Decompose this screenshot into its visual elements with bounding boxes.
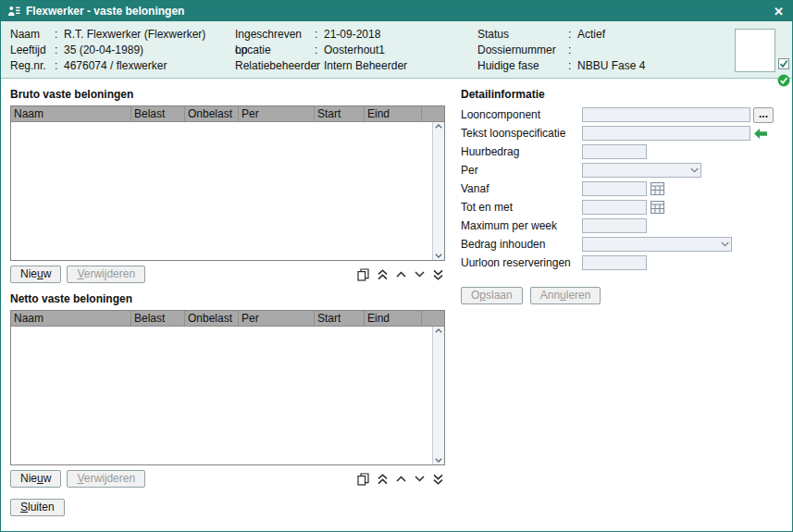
field-row-tot-en-met: Tot en met — [461, 198, 783, 217]
header-col-1: Naam:R.T. Flexwerker (Flexwerker) Leefti… — [10, 27, 205, 74]
col-naam[interactable]: Naam — [11, 106, 131, 121]
col-onbelast[interactable]: Onbelast — [185, 106, 239, 121]
dialog-flexwerker-vaste-beloningen: Flexwerker - vaste beloningen ✕ Naam:R.T… — [0, 0, 793, 532]
col-belast[interactable]: Belast — [131, 106, 185, 121]
col-eind[interactable]: Eind — [365, 311, 422, 326]
netto-section-title: Netto vaste beloningen — [10, 292, 445, 305]
field-row-looncomponent: Looncomponent ... — [461, 105, 783, 124]
col-eind[interactable]: Eind — [365, 106, 422, 121]
colon: : — [55, 43, 64, 58]
leeftijd-label: Leeftijd — [10, 43, 55, 58]
naam-value: R.T. Flexwerker (Flexwerker) — [64, 27, 205, 43]
looncomponent-browse-button[interactable]: ... — [753, 107, 774, 123]
header-stub — [422, 106, 444, 121]
maximum-per-week-input[interactable] — [582, 218, 647, 233]
netto-table-header: Naam Belast Onbelast Per Start Eind — [11, 311, 444, 327]
col-onbelast[interactable]: Onbelast — [185, 311, 239, 326]
col-per[interactable]: Per — [239, 106, 315, 121]
colon: : — [315, 58, 324, 74]
chevron-down-icon — [721, 241, 729, 247]
dialog-body: Bruto vaste beloningen Naam Belast Onbel… — [1, 79, 792, 526]
field-row-maximum-per-week: Maximum per week — [461, 217, 783, 235]
bruto-verwijderen-button[interactable]: Verwijderen — [67, 266, 145, 283]
scroll-up-icon — [435, 124, 442, 129]
netto-verwijderen-button[interactable]: Verwijderen — [67, 470, 145, 488]
checked-checkbox-icon[interactable] — [778, 58, 789, 72]
bedrag-inhouden-select[interactable] — [582, 237, 732, 252]
colon: : — [568, 27, 577, 43]
bruto-nieuw-button[interactable]: Nieuw — [10, 266, 61, 283]
annuleren-button[interactable]: Annuleren — [530, 287, 601, 304]
bruto-table-header: Naam Belast Onbelast Per Start Eind — [11, 106, 444, 122]
chevron-double-down-icon[interactable] — [433, 269, 443, 280]
header-col-2: Ingeschreven op:21-09-2018 Locatie:Ooste… — [235, 27, 407, 74]
leeftijd-value: 35 (20-04-1989) — [64, 43, 143, 58]
dossiernummer-label: Dossiernummer — [477, 43, 568, 58]
bruto-table-body[interactable] — [11, 122, 432, 260]
window-title: Flexwerker - vaste beloningen — [26, 5, 772, 18]
chevron-down-icon — [690, 167, 699, 173]
huidige-fase-value: NBBU Fase 4 — [577, 58, 645, 74]
netto-nieuw-button[interactable]: Nieuw — [10, 470, 61, 488]
regnr-value: 4676074 / flexwerker — [64, 58, 167, 74]
netto-button-row: Nieuw Verwijderen — [10, 470, 445, 488]
col-belast[interactable]: Belast — [131, 311, 185, 326]
field-row-uurloon-reserveringen: Uurloon reserveringen — [461, 254, 783, 272]
chevron-double-up-icon[interactable] — [378, 269, 388, 280]
chevron-double-down-icon[interactable] — [433, 474, 443, 485]
chevron-up-icon[interactable] — [396, 271, 406, 278]
vanaf-input[interactable] — [582, 181, 647, 196]
looncomponent-input[interactable] — [582, 107, 750, 122]
ingeschreven-op-label: Ingeschreven op — [235, 27, 315, 43]
arrow-left-icon[interactable] — [754, 129, 767, 139]
header-col-3: Status:Actief Dossiernummer: Huidige fas… — [477, 27, 645, 74]
chevron-up-icon[interactable] — [396, 476, 406, 482]
copy-icon[interactable] — [357, 268, 369, 281]
col-per[interactable]: Per — [239, 311, 315, 326]
huurbedrag-input[interactable] — [582, 144, 647, 159]
calendar-icon[interactable] — [651, 182, 664, 195]
left-panel: Bruto vaste beloningen Naam Belast Onbel… — [10, 86, 445, 526]
col-naam[interactable]: Naam — [11, 311, 131, 326]
tot-en-met-input[interactable] — [582, 200, 647, 215]
calendar-icon[interactable] — [651, 201, 664, 214]
locatie-value: Oosterhout1 — [324, 43, 385, 58]
colon: : — [55, 27, 64, 43]
regnr-label: Reg.nr. — [10, 58, 55, 74]
bruto-button-row: Nieuw Verwijderen — [10, 266, 445, 283]
sluiten-button[interactable]: Sluiten — [10, 499, 65, 516]
detail-button-row: Opslaan Annuleren — [461, 287, 783, 304]
per-label: Per — [461, 164, 582, 177]
per-select[interactable] — [582, 163, 701, 178]
col-start[interactable]: Start — [315, 311, 365, 326]
colon: : — [568, 58, 577, 74]
chevron-down-icon[interactable] — [415, 271, 425, 278]
netto-table-body[interactable] — [11, 327, 432, 464]
close-icon[interactable]: ✕ — [772, 5, 786, 19]
person-card-icon — [7, 6, 20, 17]
netto-table-scrollbar[interactable] — [432, 327, 444, 464]
header-stub — [422, 311, 444, 326]
copy-icon[interactable] — [357, 473, 369, 486]
bedrag-inhouden-label: Bedrag inhouden — [461, 238, 582, 251]
looncomponent-label: Looncomponent — [461, 108, 582, 121]
bruto-table-scrollbar[interactable] — [432, 122, 444, 260]
colon: : — [315, 43, 324, 58]
bruto-section-title: Bruto vaste beloningen — [10, 88, 445, 101]
tekst-loonspecificatie-input[interactable] — [582, 126, 750, 141]
netto-table: Naam Belast Onbelast Per Start Eind — [10, 310, 445, 465]
field-row-tekst-loonspecificatie: Tekst loonspecificatie — [461, 124, 783, 142]
chevron-double-up-icon[interactable] — [378, 474, 388, 485]
colon: : — [55, 58, 64, 74]
detail-panel: Detailinformatie Looncomponent ... Tekst… — [461, 86, 783, 526]
status-label: Status — [477, 27, 568, 43]
opslaan-button[interactable]: Opslaan — [461, 287, 523, 304]
field-row-per: Per — [461, 161, 783, 179]
header-info-panel: Naam:R.T. Flexwerker (Flexwerker) Leefti… — [1, 21, 792, 79]
bruto-table: Naam Belast Onbelast Per Start Eind — [10, 105, 445, 261]
col-start[interactable]: Start — [315, 106, 365, 121]
uurloon-reserveringen-input[interactable] — [582, 255, 647, 270]
titlebar: Flexwerker - vaste beloningen ✕ — [1, 1, 792, 21]
chevron-down-icon[interactable] — [415, 476, 425, 482]
field-row-huurbedrag: Huurbedrag — [461, 142, 783, 161]
